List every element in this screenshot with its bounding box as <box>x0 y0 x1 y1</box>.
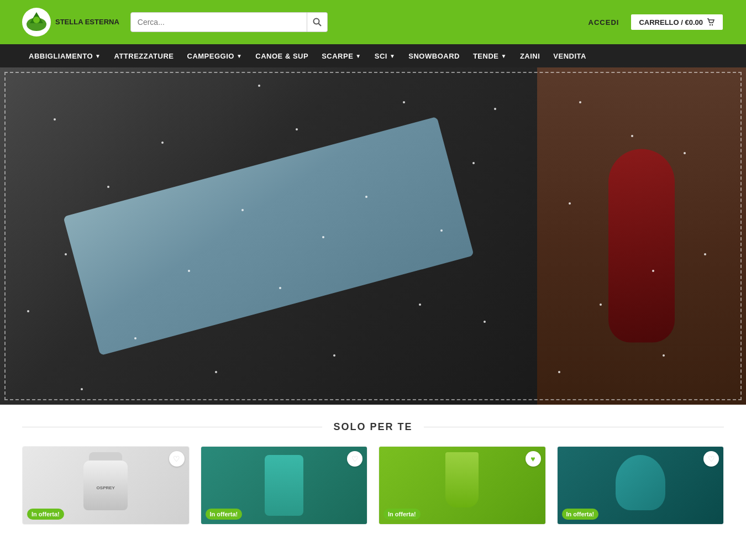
cart-icon <box>706 18 715 27</box>
cot-shape <box>63 117 474 355</box>
header-right: ACCEDI CARRELLO / €0.00 <box>589 13 724 31</box>
nav-zaini[interactable]: ZAINI <box>513 44 547 67</box>
nav-attrezzature[interactable]: ATTREZZATURE <box>107 44 180 67</box>
nav-tende[interactable]: TENDE ▼ <box>466 44 513 67</box>
nav-scarpe[interactable]: SCARPE ▼ <box>315 44 368 67</box>
product-image-area: In offerta! ♡ <box>558 447 724 524</box>
backpack-body: OSPREY <box>83 460 128 510</box>
chevron-down-icon: ▼ <box>501 53 506 59</box>
backpack-shape: OSPREY <box>83 452 128 513</box>
svg-point-4 <box>313 19 319 24</box>
accedi-button[interactable]: ACCEDI <box>589 18 619 27</box>
carrello-label: CARRELLO / €0.00 <box>639 18 703 27</box>
hero-right-image <box>537 67 746 405</box>
nav-snowboard[interactable]: SNOWBOARD <box>402 44 466 67</box>
wishlist-button[interactable]: ♥ <box>526 451 541 467</box>
logo-icon <box>22 8 51 36</box>
offer-badge: In offerta! <box>27 509 64 520</box>
offer-badge: In offerta! <box>562 509 599 520</box>
product-card[interactable]: OSPREY In offerta! ♡ <box>22 446 190 525</box>
nav-abbigliamento[interactable]: ABBIGLIAMENTO ▼ <box>22 44 107 67</box>
logo-text: STELLA ESTERNA <box>55 18 119 27</box>
chevron-down-icon: ▼ <box>95 53 101 59</box>
chevron-down-icon: ▼ <box>390 53 395 59</box>
brand-text: OSPREY <box>97 485 115 490</box>
nav-canoe-sup[interactable]: CANOE & SUP <box>249 44 315 67</box>
chevron-down-icon: ▼ <box>355 53 361 59</box>
header: STELLA ESTERNA ACCEDI CARRELLO / €0.00 <box>0 0 746 44</box>
product-card[interactable]: In offerta! ♥ <box>379 446 546 525</box>
section-line-left <box>22 427 322 427</box>
sleeping-bag-shape <box>608 149 675 343</box>
wishlist-button[interactable]: ♡ <box>703 451 719 467</box>
chevron-down-icon: ▼ <box>237 53 242 59</box>
product-card[interactable]: In offerta! ♡ <box>557 446 724 525</box>
search-button[interactable] <box>307 12 328 32</box>
logo-area[interactable]: STELLA ESTERNA <box>22 8 119 36</box>
svg-line-5 <box>318 24 321 27</box>
svg-point-6 <box>710 24 711 25</box>
offer-badge: In offerta! <box>383 509 421 520</box>
solo-section: SOLO PER TE OSPREY In offerta! ♡ In offe… <box>0 405 746 536</box>
product-image-area: In offerta! ♡ <box>201 447 367 524</box>
products-row: OSPREY In offerta! ♡ In offerta! ♡ In of… <box>22 446 724 525</box>
wishlist-button[interactable]: ♡ <box>169 451 185 467</box>
stuffsack-shape <box>616 455 665 510</box>
wishlist-button[interactable]: ♡ <box>347 451 363 467</box>
nav-vendita[interactable]: VENDITA <box>547 44 593 67</box>
navigation: ABBIGLIAMENTO ▼ ATTREZZATURE CAMPEGGIO ▼… <box>0 44 746 67</box>
carrello-button[interactable]: CARRELLO / €0.00 <box>630 13 724 31</box>
section-title: SOLO PER TE <box>322 421 423 433</box>
nav-campeggio[interactable]: CAMPEGGIO ▼ <box>181 44 249 67</box>
hero-background <box>0 67 746 405</box>
search-icon <box>313 18 322 27</box>
product-image-area: OSPREY In offerta! ♡ <box>23 447 189 524</box>
svg-point-3 <box>33 17 40 23</box>
nav-sci[interactable]: SCI ▼ <box>368 44 402 67</box>
search-area <box>130 12 351 32</box>
section-line-right <box>424 427 724 427</box>
cylinder-shape <box>265 455 303 516</box>
svg-point-7 <box>712 24 713 25</box>
product-image-area: In offerta! ♥ <box>379 447 545 524</box>
drybag-shape <box>445 452 479 507</box>
hero-section <box>0 67 746 405</box>
offer-badge: In offerta! <box>206 509 243 520</box>
section-title-wrap: SOLO PER TE <box>22 421 724 433</box>
product-card[interactable]: In offerta! ♡ <box>201 446 368 525</box>
search-input[interactable] <box>130 12 307 32</box>
hero-left-image <box>0 67 537 405</box>
